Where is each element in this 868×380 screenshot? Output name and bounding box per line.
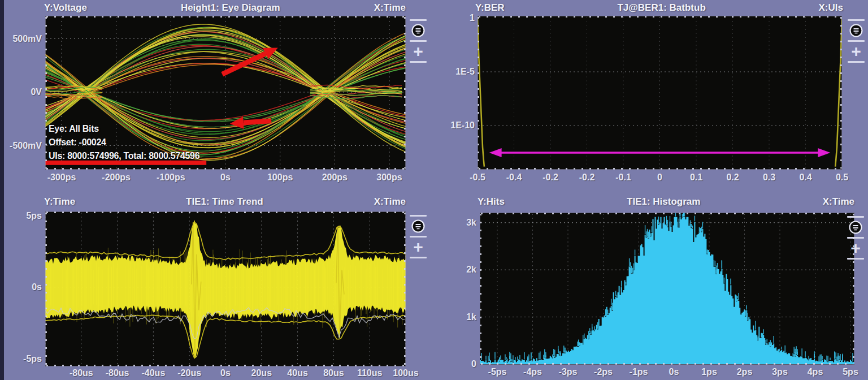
eye-measurement-readout: Eye: All Bits Offset: -00024 UIs: 8000:5… (49, 122, 199, 163)
y-tick-label: -5ps (0, 354, 42, 364)
x-tick-label: 0.2 (726, 172, 739, 183)
x-tick-label: -100ps (157, 172, 185, 183)
zoom-in-button[interactable]: + (410, 240, 426, 254)
x-tick-label: 80us (323, 368, 344, 378)
x-tick-label: 1ps (701, 367, 717, 377)
panel-controls: + (408, 213, 428, 261)
histogram-shape (480, 217, 854, 364)
x-tick-label: 40us (287, 368, 307, 378)
panel-histogram: Y:Hits TIE1: Histogram X:Time + -5ps-4ps… (434, 190, 868, 380)
x-axis-name: X:Time (374, 196, 406, 208)
y-tick-label: 1 (434, 13, 475, 23)
x-tick-label: 0.5 (836, 172, 848, 183)
x-tick-label: -2ps (594, 367, 613, 377)
x-tick-label: 100us (393, 368, 418, 378)
control-separator (848, 61, 865, 63)
eye-annotation-line: Offset: -00024 (49, 136, 199, 149)
x-tick-label: 0s (669, 367, 679, 377)
y-tick-label: 5ps (0, 211, 42, 221)
x-axis-name: X:Time (823, 196, 854, 208)
circle-menu-icon (411, 219, 426, 234)
panel-title: TIE1: Histogram (627, 196, 700, 208)
control-separator (410, 19, 427, 21)
x-tick-label: -0.1 (615, 172, 631, 183)
x-tick-label: 0s (220, 368, 231, 378)
plot1-canvas (478, 16, 842, 170)
panel-title: Height1: Eye Diagram (181, 2, 280, 14)
y-tick-label: 0V (0, 87, 42, 97)
circle-menu-icon (848, 220, 863, 235)
time-trend-plot[interactable] (45, 211, 406, 366)
y-axis-name: Y:Time (44, 196, 75, 208)
x-tick-label: 0.4 (799, 172, 811, 183)
y-axis-name: Y:BER (475, 2, 505, 14)
plus-icon: + (850, 242, 861, 254)
circle-menu-icon (849, 23, 863, 38)
x-tick-label: 2ps (737, 367, 753, 377)
panel-menu-button[interactable] (410, 219, 426, 234)
control-separator (848, 19, 865, 21)
y-tick-label: 1E-10 (434, 120, 475, 131)
y-tick-label: 1k (434, 312, 476, 322)
y-tick-label: 0s (0, 282, 42, 292)
x-tick-label: -4ps (523, 367, 542, 377)
control-separator (847, 258, 864, 260)
zoom-in-button[interactable]: + (848, 44, 864, 59)
panel-controls: + (408, 17, 428, 65)
x-tick-label: 0 (657, 172, 662, 183)
x-tick-label: -0.2 (579, 172, 595, 183)
x-tick-label: 0s (220, 172, 231, 183)
zoom-in-button[interactable]: + (410, 44, 426, 59)
x-tick-label: -40us (141, 368, 165, 378)
y-tick-label: 2k (434, 265, 476, 275)
x-tick-label: 100ps (267, 172, 293, 183)
eye-annotation-line: UIs: 8000:574996, Total: 8000.574596 (49, 149, 199, 163)
y-tick-label: 3k (434, 218, 476, 228)
x-tick-label: -0.2 (542, 172, 558, 183)
plus-icon: + (851, 45, 861, 58)
plus-icon: + (413, 241, 423, 253)
circle-menu-icon (411, 23, 426, 38)
panel-bathtub: Y:BER TJ@BER1: Batbtub X:UIs + -0.5-0.4-… (434, 0, 868, 190)
plus-icon: + (413, 45, 423, 58)
x-tick-label: 4ps (808, 367, 823, 377)
panel-controls: + (846, 17, 866, 65)
x-tick-label: -1ps (630, 367, 648, 377)
panel-controls: + (845, 214, 866, 262)
x-tick-label: -200ps (102, 172, 131, 183)
control-separator (410, 257, 427, 258)
x-axis-name: X:Time (374, 2, 406, 14)
y-tick-label: 500mV (0, 34, 42, 44)
panel-header: Y:Hits TIE1: Histogram X:Time (478, 196, 854, 208)
x-tick-label: 200ps (322, 172, 348, 183)
histogram-plot[interactable] (480, 213, 854, 365)
jitter-analysis-screen: Y:Voltage Height1: Eye Diagram X:Time Ey… (0, 0, 868, 380)
control-separator (410, 215, 427, 217)
panel-header: Y:Voltage Height1: Eye Diagram X:Time (44, 2, 406, 14)
panel-title: TIE1: Time Trend (186, 196, 263, 208)
panel-eye-diagram: Y:Voltage Height1: Eye Diagram X:Time Ey… (0, 0, 434, 190)
y-tick-label: 1E-5 (434, 67, 475, 77)
zoom-in-button[interactable]: + (848, 241, 863, 256)
panel-time-trend: Y:Time TIE1: Time Trend X:Time + -80us-8… (0, 190, 434, 380)
y-axis-name: Y:Voltage (44, 2, 87, 14)
x-tick-label: 3ps (772, 367, 788, 377)
panel-menu-button[interactable] (848, 220, 863, 235)
x-axis-name: X:UIs (819, 2, 843, 14)
x-tick-label: -80us (106, 368, 129, 378)
panel-menu-button[interactable] (410, 23, 426, 38)
x-tick-label: -3ps (559, 367, 578, 377)
plot2-canvas (45, 211, 406, 366)
x-tick-label: 20us (251, 368, 272, 378)
control-separator (847, 216, 864, 218)
bathtub-plot[interactable] (478, 16, 842, 170)
y-tick-label: -500mV (0, 141, 42, 151)
panel-header: Y:Time TIE1: Time Trend X:Time (44, 196, 406, 208)
x-tick-label: -20us (177, 368, 201, 378)
x-tick-label: 5ps (843, 367, 858, 377)
panel-header: Y:BER TJ@BER1: Batbtub X:UIs (475, 2, 843, 14)
x-tick-label: 110us (357, 368, 382, 378)
x-tick-label: -0.4 (506, 172, 522, 183)
x-tick-label: 0.1 (690, 172, 702, 183)
panel-menu-button[interactable] (848, 23, 864, 38)
